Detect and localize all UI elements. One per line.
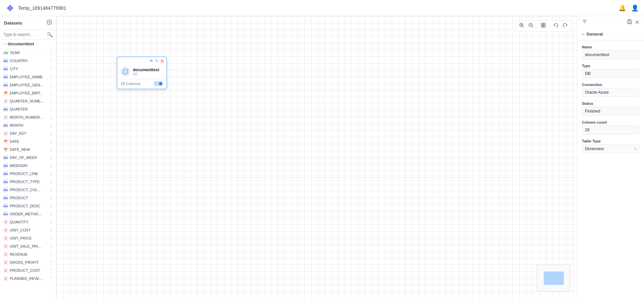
item-menu-icon[interactable]: ⋮ <box>49 147 53 152</box>
field-label: PRODUCT_DESC <box>10 204 47 208</box>
item-menu-icon[interactable]: ⋮ <box>49 260 53 265</box>
sidebar-item-employee_birt[interactable]: 📅 EMPLOYEE_BIRT... ⋮ <box>0 89 56 97</box>
panel-body: Name documenttest Type DB Connection Ora… <box>577 40 644 158</box>
panel-icons-row: ✕ <box>577 16 644 28</box>
zoom-out-button[interactable] <box>528 22 534 30</box>
redo-button[interactable] <box>562 22 569 30</box>
item-menu-icon[interactable]: ⋮ <box>49 163 53 168</box>
panel-type-field: Type DB <box>582 64 639 78</box>
item-menu-icon[interactable]: ⋮ <box>49 203 53 209</box>
sidebar: Datasets 🔍 − documenttest 123 YEAR ⋮ abc… <box>0 16 56 298</box>
item-menu-icon[interactable]: ⋮ <box>49 58 53 63</box>
item-menu-icon[interactable]: ⋮ <box>49 107 53 112</box>
field-label: DAY_OF_WEEK <box>10 156 47 160</box>
sidebar-item-unit_sale_pri[interactable]: # UNIT_SALE_PRI... ⋮ <box>0 242 56 250</box>
item-menu-icon[interactable]: ⋮ <box>49 123 53 128</box>
sidebar-item-city[interactable]: abc CITY ⋮ <box>0 65 56 73</box>
sidebar-item-product_line[interactable]: abc PRODUCT_LINE ⋮ <box>0 170 56 178</box>
fit-view-button[interactable] <box>540 22 547 30</box>
field-type-icon: abc <box>3 107 8 112</box>
sidebar-item-month_numeri[interactable]: # MONTH_NUMERI... ⋮ <box>0 113 56 121</box>
field-type-icon: # <box>3 260 8 265</box>
user-icon[interactable]: 👤 <box>631 4 639 12</box>
panel-filter-icon[interactable] <box>582 19 587 26</box>
item-menu-icon[interactable]: ⋮ <box>49 115 53 120</box>
sidebar-item-quantity[interactable]: # QUANTITY ⋮ <box>0 218 56 226</box>
logo-icon <box>5 3 15 13</box>
sidebar-item-employee_gen[interactable]: abc EMPLOYEE_GEN... ⋮ <box>0 81 56 89</box>
field-type-icon: abc <box>3 179 8 184</box>
sidebar-item-product_col[interactable]: abc PRODUCT_COL... ⋮ <box>0 186 56 194</box>
sidebar-item-gross_profit[interactable]: # GROSS_PROFIT ⋮ <box>0 258 56 266</box>
field-label: PRODUCT_LINE <box>10 172 47 176</box>
sidebar-item-month[interactable]: abc MONTH ⋮ <box>0 121 56 129</box>
item-menu-icon[interactable]: ⋮ <box>49 82 53 88</box>
field-type-icon: abc <box>3 204 8 208</box>
undo-button[interactable] <box>552 22 559 30</box>
item-menu-icon[interactable]: ⋮ <box>49 276 53 281</box>
panel-save-icon[interactable] <box>627 19 632 26</box>
sidebar-dataset-item[interactable]: − documenttest <box>0 40 56 49</box>
item-menu-icon[interactable]: ⋮ <box>49 139 53 144</box>
sidebar-item-unit_price[interactable]: # UNIT_PRICE ⋮ <box>0 234 56 242</box>
add-dataset-button[interactable] <box>47 19 52 26</box>
item-menu-icon[interactable]: ⋮ <box>49 98 53 104</box>
item-menu-icon[interactable]: ⋮ <box>49 90 53 96</box>
node-delete-button[interactable]: 🗑 <box>160 58 164 63</box>
panel-table-type-value: Dimension <box>585 146 604 151</box>
field-label: MONTH <box>10 123 47 127</box>
item-menu-icon[interactable]: ⋮ <box>49 187 53 193</box>
item-menu-icon[interactable]: ⋮ <box>49 244 53 249</box>
field-type-icon: # <box>3 268 8 273</box>
item-menu-icon[interactable]: ⋮ <box>49 66 53 72</box>
sidebar-item-day_of_week[interactable]: abc DAY_OF_WEEK ⋮ <box>0 154 56 162</box>
field-type-icon: # <box>3 99 8 103</box>
search-input[interactable] <box>3 32 45 37</box>
field-label: EMPLOYEE_BIRT... <box>10 91 47 95</box>
sidebar-item-day_key[interactable]: # DAY_KEY ⋮ <box>0 129 56 137</box>
item-menu-icon[interactable]: ⋮ <box>49 171 53 176</box>
sidebar-item-quarter[interactable]: abc QUARTER ⋮ <box>0 105 56 113</box>
sidebar-item-year[interactable]: 123 YEAR ⋮ <box>0 49 56 57</box>
sidebar-item-date[interactable]: 📅 DATE ⋮ <box>0 137 56 145</box>
sidebar-item-product_type[interactable]: abc PRODUCT_TYPE ⋮ <box>0 178 56 186</box>
item-menu-icon[interactable]: ⋮ <box>49 155 53 160</box>
node-toggle[interactable] <box>154 81 163 86</box>
dataset-node-card[interactable]: 👁 ✎ 🗑 documenttest DB 29 Columns <box>117 56 167 89</box>
sidebar-item-planned_reve[interactable]: # PLANNED_REVE... ⋮ <box>0 274 56 283</box>
item-menu-icon[interactable]: ⋮ <box>49 74 53 80</box>
panel-close-icon[interactable]: ✕ <box>635 19 639 26</box>
panel-table-type-select[interactable]: Dimension ▾ <box>582 144 639 153</box>
item-menu-icon[interactable]: ⋮ <box>49 236 53 241</box>
item-menu-icon[interactable]: ⋮ <box>49 131 53 136</box>
sidebar-item-quarter_nume[interactable]: # QUARTER_NUME... ⋮ <box>0 97 56 105</box>
item-menu-icon[interactable]: ⋮ <box>49 211 53 217</box>
sidebar-item-unit_cost[interactable]: # UNIT_COST ⋮ <box>0 226 56 234</box>
sidebar-item-country[interactable]: abc COUNTRY ⋮ <box>0 57 56 65</box>
sidebar-items-list: 123 YEAR ⋮ abc COUNTRY ⋮ abc CITY ⋮ abc … <box>0 49 56 298</box>
notification-icon[interactable]: 🔔 <box>619 4 626 12</box>
field-type-icon: 📅 <box>3 147 8 152</box>
item-menu-icon[interactable]: ⋮ <box>49 195 53 201</box>
node-eye-button[interactable]: 👁 <box>149 58 154 63</box>
sidebar-item-weekday[interactable]: abc WEEKDAY ⋮ <box>0 162 56 170</box>
zoom-in-button[interactable] <box>518 22 525 30</box>
sidebar-item-date_new[interactable]: 📅 DATE_NEW ⋮ <box>0 145 56 154</box>
sidebar-item-product_cost[interactable]: # PRODUCT_COST ⋮ <box>0 266 56 274</box>
field-type-icon: # <box>3 276 8 281</box>
sidebar-item-order_metho[interactable]: abc ORDER_METHO... ⋮ <box>0 210 56 218</box>
item-menu-icon[interactable]: ⋮ <box>49 179 53 184</box>
sidebar-item-employee_name[interactable]: abc EMPLOYEE_NAME ⋮ <box>0 73 56 81</box>
sidebar-item-product_desc[interactable]: abc PRODUCT_DESC ⋮ <box>0 202 56 210</box>
item-menu-icon[interactable]: ⋮ <box>49 227 53 233</box>
sidebar-item-product[interactable]: abc PRODUCT ⋮ <box>0 194 56 202</box>
canvas-area[interactable]: 👁 ✎ 🗑 documenttest DB 29 Columns <box>56 16 577 298</box>
panel-collapse-icon[interactable]: − <box>582 32 585 37</box>
item-menu-icon[interactable]: ⋮ <box>49 268 53 273</box>
item-menu-icon[interactable]: ⋮ <box>49 252 53 257</box>
item-menu-icon[interactable]: ⋮ <box>49 219 53 225</box>
node-edit-button[interactable]: ✎ <box>155 58 159 63</box>
field-label: YEAR <box>10 51 47 55</box>
sidebar-item-revenue[interactable]: # REVENUE ⋮ <box>0 250 56 258</box>
item-menu-icon[interactable]: ⋮ <box>49 50 53 55</box>
